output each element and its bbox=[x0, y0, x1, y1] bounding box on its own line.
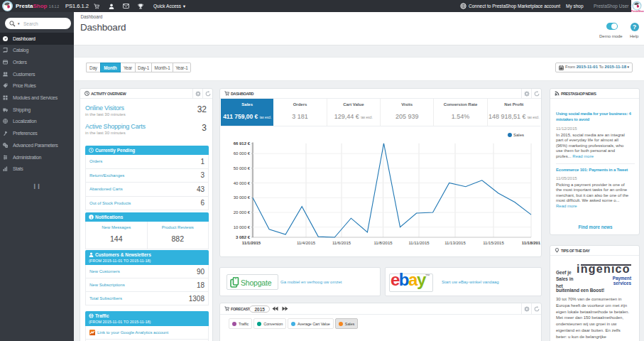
svg-text:11/1/2015: 11/1/2015 bbox=[242, 241, 261, 245]
svg-text:40 000 €: 40 000 € bbox=[234, 181, 251, 185]
svg-text:11/15/2015: 11/15/2015 bbox=[483, 241, 504, 245]
svg-text:30 000 €: 30 000 € bbox=[234, 195, 251, 200]
svg-text:10 000 €: 10 000 € bbox=[234, 225, 251, 229]
svg-text:11/8/2015: 11/8/2015 bbox=[373, 241, 393, 245]
svg-text:20 000 €: 20 000 € bbox=[234, 210, 251, 215]
svg-text:11/6/2015: 11/6/2015 bbox=[332, 241, 351, 245]
svg-text:3 082 €: 3 082 € bbox=[236, 235, 251, 239]
svg-text:11/11/2015: 11/11/2015 bbox=[408, 241, 430, 245]
svg-text:60 000 €: 60 000 € bbox=[234, 151, 251, 156]
svg-text:11/4/2015: 11/4/2015 bbox=[297, 241, 316, 245]
svg-text:50 000 €: 50 000 € bbox=[234, 166, 251, 170]
svg-text:11/13/2015: 11/13/2015 bbox=[444, 241, 466, 245]
svg-text:66 912 €: 66 912 € bbox=[234, 141, 251, 146]
svg-text:11/18/201: 11/18/201 bbox=[522, 241, 541, 245]
